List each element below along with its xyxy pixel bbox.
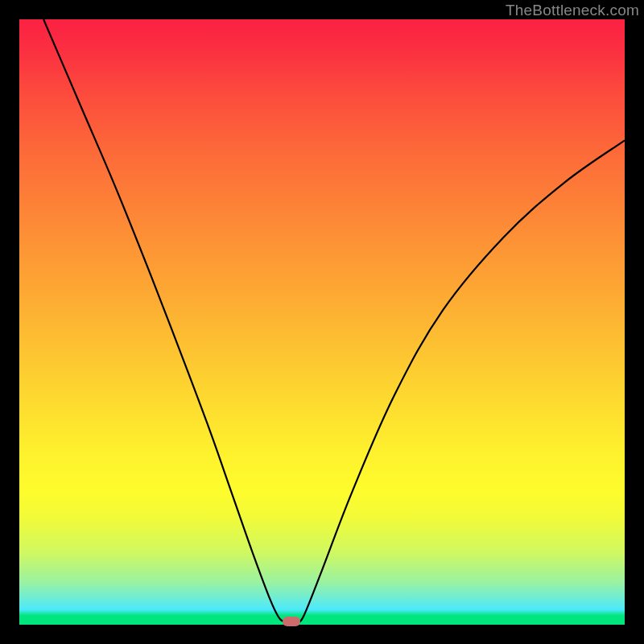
optimal-point-marker <box>283 617 300 626</box>
chart-frame: TheBottleneck.com <box>0 0 644 644</box>
bottleneck-curve <box>19 19 625 625</box>
plot-area <box>19 19 625 625</box>
watermark-text: TheBottleneck.com <box>506 2 639 19</box>
